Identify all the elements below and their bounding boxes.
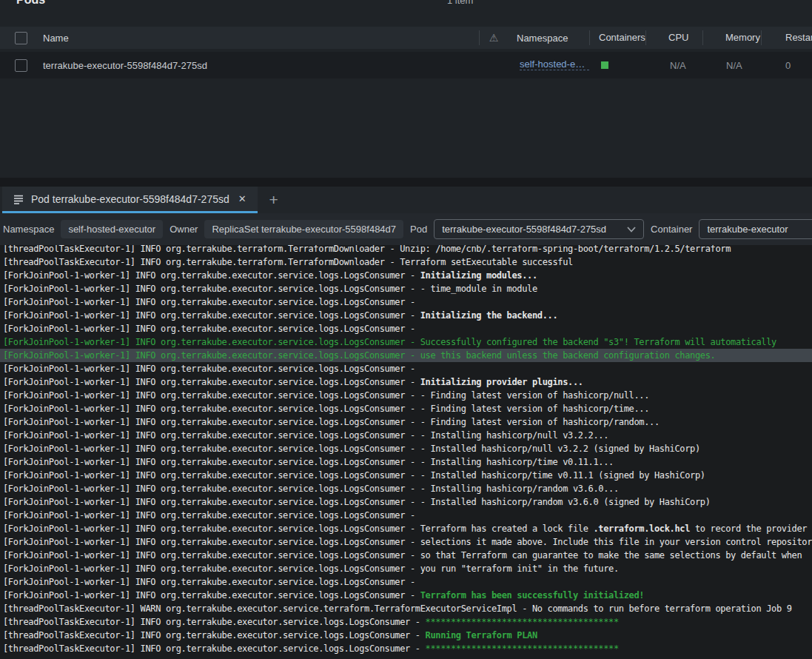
- log-line: [ForkJoinPool-1-worker-1] INFO org.terra…: [3, 442, 812, 455]
- log-line: [ForkJoinPool-1-worker-1] INFO org.terra…: [3, 269, 812, 282]
- namespace-badge: self-hosted-executor: [61, 220, 163, 238]
- container-select-value: terrakube-executor: [707, 224, 788, 235]
- log-line: [ForkJoinPool-1-worker-1] INFO org.terra…: [3, 495, 812, 509]
- dock-tab-bar: Pod terrakube-executor-5598f484d7-275sd …: [0, 187, 812, 213]
- logs-toolbar: Namespace self-hosted-executor Owner Rep…: [0, 213, 812, 245]
- namespace-label: Namespace: [3, 224, 54, 235]
- log-line: [threadPoolTaskExecutor-1] INFO org.terr…: [3, 245, 812, 255]
- column-cpu[interactable]: CPU: [646, 30, 702, 45]
- header-checkbox-cell: [0, 32, 43, 44]
- log-line: [ForkJoinPool-1-worker-1] INFO org.terra…: [3, 415, 812, 429]
- column-warnings[interactable]: ⚠: [480, 30, 508, 45]
- log-line: [ForkJoinPool-1-worker-1] INFO org.terra…: [3, 335, 812, 349]
- select-all-checkbox[interactable]: [15, 32, 27, 44]
- column-namespace[interactable]: Namespace: [508, 33, 589, 44]
- log-line: [ForkJoinPool-1-worker-1] INFO org.terra…: [3, 295, 812, 309]
- log-line: [ForkJoinPool-1-worker-1] INFO org.terra…: [0, 349, 812, 362]
- namespace-link[interactable]: self-hosted-executor: [520, 58, 589, 70]
- log-line: [ForkJoinPool-1-worker-1] INFO org.terra…: [3, 575, 812, 589]
- log-line: [ForkJoinPool-1-worker-1] INFO org.terra…: [3, 402, 812, 415]
- log-line: [ForkJoinPool-1-worker-1] INFO org.terra…: [3, 589, 812, 602]
- pod-memory: N/A: [704, 60, 762, 71]
- row-containers-cell: [592, 60, 648, 71]
- add-tab-button[interactable]: +: [258, 187, 290, 213]
- warning-icon: ⚠: [489, 32, 499, 44]
- log-line: [threadPoolTaskExecutor-1] INFO org.terr…: [3, 255, 812, 269]
- log-line: [ForkJoinPool-1-worker-1] INFO org.terra…: [3, 455, 812, 469]
- tab-pod-logs[interactable]: Pod terrakube-executor-5598f484d7-275sd …: [2, 187, 258, 213]
- log-line: [ForkJoinPool-1-worker-1] INFO org.terra…: [3, 549, 812, 562]
- close-icon[interactable]: ✕: [236, 192, 249, 206]
- log-line: [ForkJoinPool-1-worker-1] INFO org.terra…: [3, 469, 812, 482]
- owner-label: Owner: [170, 224, 198, 235]
- page-title: Pods: [16, 0, 45, 7]
- pods-view: Pods 1 item Name ⚠ Namespace Containers …: [0, 0, 812, 178]
- log-line: [threadPoolTaskExecutor-1] INFO org.terr…: [3, 615, 812, 629]
- owner-badge: ReplicaSet terrakube-executor-5598f484d7: [204, 220, 403, 238]
- row-checkbox[interactable]: [15, 59, 27, 72]
- log-line: [ForkJoinPool-1-worker-1] INFO org.terra…: [3, 362, 812, 375]
- log-line: [ForkJoinPool-1-worker-1] INFO org.terra…: [3, 389, 812, 402]
- tab-title: Pod terrakube-executor-5598f484d7-275sd: [31, 193, 229, 205]
- pod-select[interactable]: terrakube-executor-5598f484d7-275sd: [434, 219, 644, 239]
- pod-name: terrakube-executor-5598f484d7-275sd: [43, 60, 483, 71]
- log-line: [threadPoolTaskExecutor-1] WARN org.terr…: [3, 602, 812, 615]
- log-line: [ForkJoinPool-1-worker-1] INFO org.terra…: [3, 309, 812, 322]
- log-line: [threadPoolTaskExecutor-1] INFO org.terr…: [3, 629, 812, 642]
- dock-resize-handle[interactable]: [0, 178, 812, 187]
- pod-select-value: terrakube-executor-5598f484d7-275sd: [442, 224, 606, 235]
- container-status-running-icon: [601, 61, 608, 69]
- row-checkbox-cell: [0, 59, 43, 72]
- column-memory[interactable]: Memory: [703, 30, 761, 45]
- items-count: 1 item: [447, 0, 473, 6]
- logs-icon: [13, 193, 24, 205]
- pod-label: Pod: [410, 224, 427, 235]
- table-row[interactable]: terrakube-executor-5598f484d7-275sd self…: [0, 52, 812, 78]
- log-lines[interactable]: [threadPoolTaskExecutor-1] INFO org.terr…: [0, 245, 812, 659]
- log-line: [ForkJoinPool-1-worker-1] INFO org.terra…: [3, 522, 812, 535]
- log-line: [ForkJoinPool-1-worker-1] INFO org.terra…: [3, 535, 812, 549]
- log-line: [ForkJoinPool-1-worker-1] INFO org.terra…: [3, 429, 812, 442]
- log-line: [ForkJoinPool-1-worker-1] INFO org.terra…: [3, 509, 812, 522]
- column-restarts[interactable]: Restarts: [762, 30, 812, 45]
- log-line: [ForkJoinPool-1-worker-1] INFO org.terra…: [3, 482, 812, 495]
- chevron-down-icon: [627, 227, 636, 233]
- pod-restarts: 0: [762, 60, 812, 71]
- log-line: [ForkJoinPool-1-worker-1] INFO org.terra…: [3, 322, 812, 335]
- column-containers[interactable]: Containers: [590, 30, 645, 45]
- container-select[interactable]: terrakube-executor: [699, 219, 812, 239]
- column-name[interactable]: Name: [43, 33, 479, 44]
- log-line: [ForkJoinPool-1-worker-1] INFO org.terra…: [3, 375, 812, 389]
- pod-cpu: N/A: [648, 60, 704, 71]
- log-line: [ForkJoinPool-1-worker-1] INFO org.terra…: [3, 282, 812, 295]
- log-line: [ForkJoinPool-1-worker-1] INFO org.terra…: [3, 562, 812, 575]
- row-namespace-cell: self-hosted-executor: [511, 58, 592, 73]
- pods-table-header: Name ⚠ Namespace Containers CPU Memory R…: [0, 27, 812, 49]
- log-line: [threadPoolTaskExecutor-1] INFO org.terr…: [3, 642, 812, 655]
- container-label: Container: [651, 224, 692, 235]
